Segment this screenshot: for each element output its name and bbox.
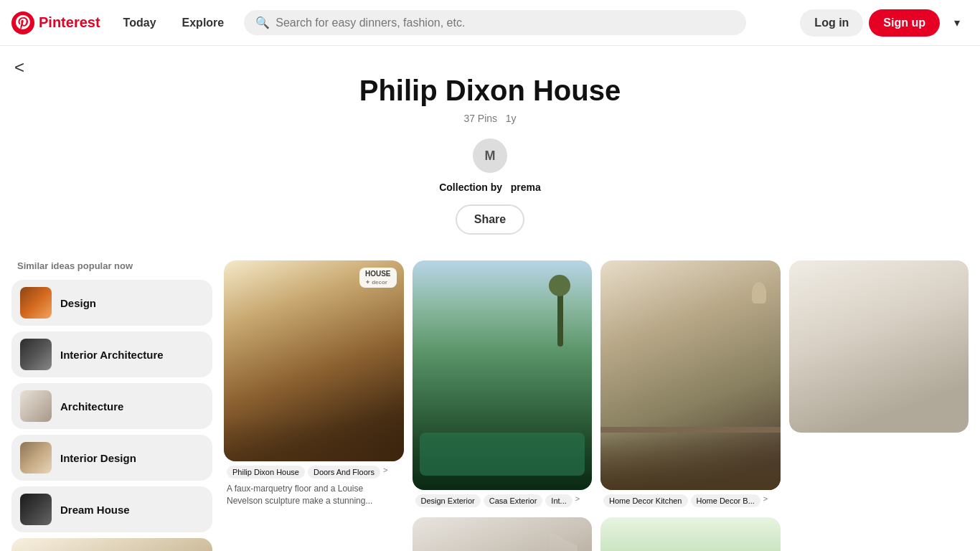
main-content: Similar ideas popular now Design Interio… bbox=[0, 249, 980, 551]
pin-exterior-tags: Design Exterior Casa Exterior Int... > bbox=[413, 490, 593, 509]
sidebar-item-design-thumb bbox=[20, 287, 52, 319]
logo-text: Pinterest bbox=[39, 14, 100, 31]
sidebar-item-dream-house-label: Dream House bbox=[60, 504, 130, 516]
pin-card-interior-double[interactable]: Interior Design Art Interior Spaces > bbox=[413, 517, 593, 551]
board-header: Philip Dixon House 37 Pins 1y M Collecti… bbox=[0, 46, 980, 249]
pin-hallway-desc: A faux-marquetry floor and a Louise Neve… bbox=[224, 480, 404, 513]
sidebar-item-interior-arch-thumb bbox=[20, 339, 52, 370]
nav-explore[interactable]: Explore bbox=[171, 11, 236, 35]
signup-button[interactable]: Sign up bbox=[869, 9, 940, 37]
pin-hallway-tags: Philip Dixon House Doors And Floors > bbox=[224, 461, 404, 480]
pin-tag-doors[interactable]: Doors And Floors bbox=[308, 466, 380, 479]
pin-tag-casa-ext[interactable]: Casa Exterior bbox=[484, 494, 543, 507]
avatar-initial: M bbox=[485, 149, 496, 164]
pin-tag-philip-dixon[interactable]: Philip Dixon House bbox=[227, 466, 305, 479]
pin-image-exterior bbox=[413, 260, 593, 490]
sidebar-item-dream-house[interactable]: Dream House bbox=[11, 486, 212, 532]
pin-tag-more-4: > bbox=[763, 494, 768, 507]
header: Pinterest Today Explore 🔍 Log in Sign up… bbox=[0, 0, 980, 46]
pin-tag-more-1: > bbox=[383, 466, 387, 479]
sidebar-item-interior-arch-label: Interior Architecture bbox=[60, 349, 164, 361]
search-input[interactable] bbox=[275, 17, 735, 29]
collection-by-label: Collection by bbox=[439, 182, 502, 193]
collection-by-user[interactable]: prema bbox=[511, 182, 541, 193]
pin-tag-home-decor-b[interactable]: Home Decor B... bbox=[691, 494, 760, 507]
sidebar-item-design[interactable]: Design bbox=[11, 280, 212, 326]
pin-card-exterior[interactable]: Design Exterior Casa Exterior Int... > bbox=[413, 260, 593, 509]
search-icon: 🔍 bbox=[255, 16, 270, 29]
pin-card-palm[interactable] bbox=[600, 517, 781, 551]
board-meta: 37 Pins 1y bbox=[14, 113, 966, 124]
main-nav: Today Explore bbox=[112, 11, 236, 35]
board-title: Philip Dixon House bbox=[14, 75, 966, 107]
pins-grid: HOUSE✦ decor Philip Dixon House Doors An… bbox=[224, 260, 969, 551]
logo[interactable]: Pinterest bbox=[11, 11, 100, 34]
pins-count: 37 Pins bbox=[463, 113, 497, 124]
collection-by: Collection by prema bbox=[14, 182, 966, 193]
pin-image-palm bbox=[600, 517, 781, 551]
pin-tag-int[interactable]: Int... bbox=[545, 494, 572, 507]
search-bar: 🔍 bbox=[244, 10, 746, 35]
sidebar-item-design-label: Design bbox=[60, 297, 96, 309]
sidebar-item-architecture-label: Architecture bbox=[60, 400, 123, 413]
sidebar-item-architecture-thumb bbox=[20, 390, 52, 422]
back-button[interactable]: < bbox=[14, 57, 24, 77]
sidebar: Similar ideas popular now Design Interio… bbox=[11, 260, 212, 551]
pin-card-kitchen[interactable]: Home Decor Kitchen Home Decor B... > bbox=[600, 260, 781, 509]
pinterest-icon bbox=[11, 11, 34, 34]
avatar: M bbox=[473, 138, 507, 173]
pin-image-hallway: HOUSE✦ decor bbox=[224, 260, 404, 461]
sidebar-item-architecture[interactable]: Architecture bbox=[11, 383, 212, 429]
nav-today[interactable]: Today bbox=[112, 11, 168, 35]
pin-card-light[interactable] bbox=[789, 260, 969, 433]
sidebar-item-interior-design-label: Interior Design bbox=[60, 452, 136, 464]
chevron-down-button[interactable]: ▾ bbox=[946, 10, 969, 35]
pin-kitchen-tags: Home Decor Kitchen Home Decor B... > bbox=[600, 490, 781, 509]
sidebar-item-interior-architecture[interactable]: Interior Architecture bbox=[11, 331, 212, 377]
share-button[interactable]: Share bbox=[456, 204, 524, 235]
sidebar-item-interior-design-thumb bbox=[20, 442, 52, 474]
sidebar-title: Similar ideas popular now bbox=[11, 260, 212, 271]
pin-image-kitchen bbox=[600, 260, 781, 490]
sidebar-bottom-pin[interactable] bbox=[11, 538, 212, 551]
sidebar-item-interior-design[interactable]: Interior Design bbox=[11, 435, 212, 481]
pin-image-interior-top bbox=[413, 517, 593, 551]
time-ago: 1y bbox=[506, 113, 517, 124]
pin-card-hallway[interactable]: HOUSE✦ decor Philip Dixon House Doors An… bbox=[224, 260, 404, 513]
sidebar-item-dream-house-thumb bbox=[20, 494, 52, 525]
pin-tag-home-decor-kitchen[interactable]: Home Decor Kitchen bbox=[603, 494, 688, 507]
pin-tag-design-ext[interactable]: Design Exterior bbox=[415, 494, 481, 507]
login-button[interactable]: Log in bbox=[800, 9, 863, 37]
pin-tag-more-2: > bbox=[575, 494, 580, 507]
pin-image-light bbox=[789, 260, 969, 433]
header-actions: Log in Sign up ▾ bbox=[800, 9, 969, 37]
svg-point-0 bbox=[11, 11, 34, 34]
